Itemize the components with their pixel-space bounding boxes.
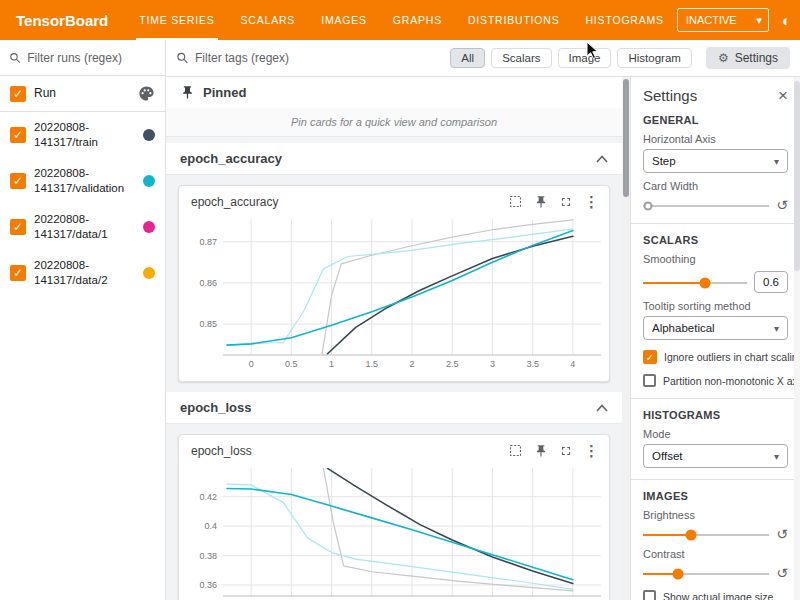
main-scrollbar[interactable] — [622, 77, 630, 600]
search-icon — [9, 51, 21, 65]
check-icon: ✓ — [13, 128, 23, 142]
card-header: epoch_loss — [179, 435, 609, 460]
partition-x-axis-label: Partition non-monotonic X axis — [663, 375, 800, 387]
caret-down-icon: ▾ — [774, 451, 779, 462]
pinned-empty-hint: Pin cards for a quick view and compariso… — [166, 108, 622, 137]
histogram-mode-dropdown[interactable]: Offset ▾ — [643, 444, 788, 468]
line-chart[interactable]: 00.511.522.533.540.850.860.87 — [183, 213, 611, 371]
fullscreen-icon[interactable] — [559, 444, 573, 458]
settings-scrollbar-thumb[interactable] — [794, 81, 800, 271]
fullscreen-icon[interactable] — [559, 195, 573, 209]
pin-icon[interactable] — [534, 195, 548, 209]
smoothing-row: 0.6 — [643, 271, 788, 293]
images-heading: IMAGES — [643, 490, 788, 502]
tooltip-sorting-dropdown[interactable]: Alphabetical ▾ — [643, 316, 788, 340]
ignore-outliers-row[interactable]: ✓ Ignore outliers in chart scaling — [643, 350, 788, 364]
settings-panel-title: Settings — [643, 87, 697, 104]
reset-icon[interactable]: ↺ — [776, 527, 788, 541]
runs-header-row[interactable]: ✓ Run — [0, 76, 165, 112]
tab-scalars[interactable]: SCALARS — [228, 0, 309, 40]
run-checkbox[interactable]: ✓ — [10, 219, 26, 235]
close-icon[interactable]: × — [778, 87, 788, 104]
brightness-slider[interactable] — [643, 528, 769, 541]
filter-runs-input[interactable] — [27, 51, 156, 65]
run-label: 20220808-141317/data/1 — [34, 212, 135, 242]
tab-distributions[interactable]: DISTRIBUTIONS — [455, 0, 573, 40]
filter-tags-input[interactable] — [195, 51, 444, 65]
status-dropdown[interactable]: INACTIVE ▾ — [677, 8, 769, 32]
smoothing-slider[interactable] — [643, 276, 747, 289]
ignore-outliers-checkbox[interactable]: ✓ — [643, 350, 657, 364]
horizontal-axis-dropdown[interactable]: Step ▾ — [643, 149, 788, 173]
tab-time-series[interactable]: TIME SERIES — [126, 0, 227, 40]
card-actions: ⋮ — [508, 194, 599, 209]
settings-button[interactable]: ⚙ Settings — [706, 47, 790, 69]
run-label: 20220808-141317/validation — [34, 166, 135, 196]
pin-icon — [180, 85, 195, 100]
run-checkbox[interactable]: ✓ — [10, 265, 26, 281]
mode-label: Mode — [643, 428, 788, 440]
tab-graphs[interactable]: GRAPHS — [380, 0, 455, 40]
section-header-epoch-accuracy[interactable]: epoch_accuracy — [166, 143, 622, 175]
card-width-slider[interactable] — [643, 199, 769, 212]
settings-scrollbar[interactable] — [794, 77, 800, 600]
contrast-slider[interactable] — [643, 567, 769, 580]
card-title: epoch_accuracy — [191, 195, 508, 209]
select-all-runs-checkbox[interactable]: ✓ — [10, 86, 26, 102]
svg-text:0.86: 0.86 — [199, 278, 217, 288]
chevron-up-icon[interactable] — [596, 404, 608, 412]
main-scrollbar-thumb[interactable] — [623, 79, 629, 197]
run-color-dot[interactable] — [143, 175, 155, 187]
run-row-train[interactable]: ✓ 20220808-141317/train — [0, 112, 165, 158]
run-color-dot[interactable] — [143, 129, 155, 141]
search-icon — [176, 51, 189, 65]
chip-histogram[interactable]: Histogram — [617, 48, 691, 68]
run-checkbox[interactable]: ✓ — [10, 127, 26, 143]
run-color-dot[interactable] — [143, 267, 155, 279]
show-actual-size-checkbox[interactable] — [643, 590, 656, 600]
run-row-data-1[interactable]: ✓ 20220808-141317/data/1 — [0, 204, 165, 250]
reset-icon[interactable]: ↺ — [776, 566, 788, 580]
tag-filter-chips: All Scalars Image Histogram — [450, 48, 692, 68]
fit-domain-icon[interactable] — [508, 194, 523, 209]
reset-icon[interactable]: ↺ — [776, 198, 788, 212]
check-icon: ✓ — [13, 266, 23, 280]
chip-scalars[interactable]: Scalars — [491, 48, 551, 68]
line-chart[interactable]: 00.511.522.533.540.360.380.40.42 — [183, 462, 611, 600]
run-row-data-2[interactable]: ✓ 20220808-141317/data/2 — [0, 250, 165, 296]
show-actual-size-row[interactable]: Show actual image size — [643, 590, 788, 600]
palette-icon[interactable] — [138, 85, 155, 102]
section-header-epoch-loss[interactable]: epoch_loss — [166, 392, 622, 424]
run-row-validation[interactable]: ✓ 20220808-141317/validation — [0, 158, 165, 204]
chevron-up-icon[interactable] — [596, 155, 608, 163]
partition-x-axis-checkbox[interactable] — [643, 374, 656, 387]
theme-toggle-icon[interactable]: ◐ — [782, 13, 791, 28]
run-color-dot[interactable] — [143, 221, 155, 233]
general-heading: GENERAL — [643, 114, 788, 126]
pin-icon[interactable] — [534, 444, 548, 458]
smoothing-value-input[interactable]: 0.6 — [754, 271, 788, 293]
gear-icon: ⚙ — [718, 51, 729, 65]
chart-epoch-loss[interactable]: 00.511.522.533.540.360.380.40.42 — [179, 460, 609, 600]
filter-tags-row — [176, 51, 444, 65]
card-width-label: Card Width — [643, 180, 788, 192]
svg-text:1: 1 — [329, 359, 334, 369]
fit-domain-icon[interactable] — [508, 443, 523, 458]
settings-button-label: Settings — [735, 51, 778, 65]
partition-x-axis-row[interactable]: Partition non-monotonic X axis i — [643, 374, 788, 387]
chip-all[interactable]: All — [450, 48, 485, 68]
brightness-label: Brightness — [643, 509, 788, 521]
scalar-card-epoch-loss: epoch_loss — [178, 434, 610, 600]
caret-down-icon: ▾ — [774, 156, 779, 167]
svg-text:0.38: 0.38 — [199, 551, 217, 561]
chart-epoch-accuracy[interactable]: 00.511.522.533.540.850.860.87 — [179, 211, 609, 381]
contrast-row: ↺ — [643, 566, 788, 580]
chip-image[interactable]: Image — [558, 48, 612, 68]
tab-histograms[interactable]: HISTOGRAMS — [572, 0, 676, 40]
more-options-icon[interactable]: ⋮ — [584, 443, 599, 458]
more-options-icon[interactable]: ⋮ — [584, 194, 599, 209]
card-zone: epoch_accuracy — [166, 175, 622, 392]
tab-images[interactable]: IMAGES — [308, 0, 380, 40]
check-icon: ✓ — [13, 220, 23, 234]
run-checkbox[interactable]: ✓ — [10, 173, 26, 189]
